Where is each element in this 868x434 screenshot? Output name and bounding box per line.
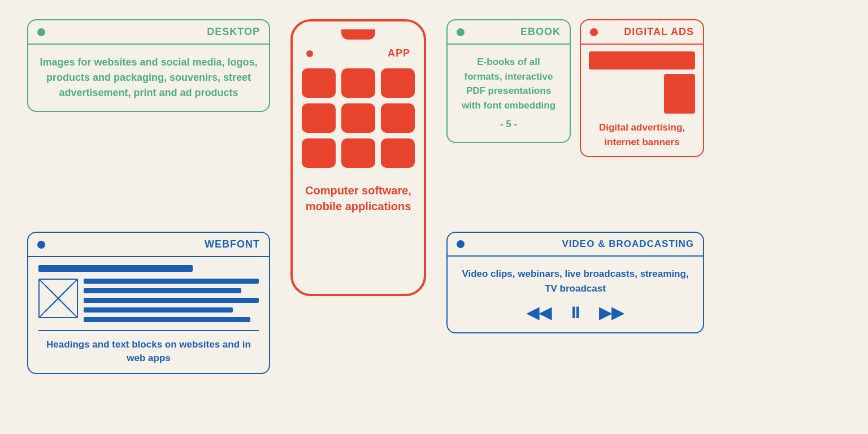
video-text: Video clips, webinars, live broadcasts, …: [459, 267, 692, 296]
ad-banner-top: [589, 51, 695, 70]
card-digital: DIGITAL ADS Digital advertising, interne…: [580, 19, 704, 157]
digital-header: DIGITAL ADS: [581, 20, 703, 45]
wf-line-1: [84, 279, 259, 284]
wf-image-box: [38, 279, 78, 318]
wf-lines: [84, 279, 259, 322]
app-text: Computer software, mobile applications: [302, 183, 415, 214]
ebook-body: E-books of all formats, interactive PDF …: [448, 45, 570, 142]
wf-line-4: [84, 307, 233, 313]
card-desktop: DESKTOP Images for websites and social m…: [27, 19, 270, 112]
app-title: APP: [388, 47, 410, 59]
page-container: DESKTOP Images for websites and social m…: [16, 8, 852, 426]
webfont-dot: [37, 241, 45, 249]
ad-banner-bottom: [589, 74, 695, 114]
digital-dot: [590, 28, 598, 36]
ebook-header: EBOOK: [448, 20, 570, 45]
card-app: APP Computer software, mobile applicatio…: [279, 19, 437, 296]
webfont-body: Headings and text blocks on websites and…: [28, 257, 269, 373]
wf-title-bar: [38, 265, 193, 272]
card-video: VIDEO & BROADCASTING Video clips, webina…: [446, 232, 704, 333]
ebook-text: E-books of all formats, interactive PDF …: [459, 55, 558, 112]
pause-icon[interactable]: ⏸: [567, 303, 583, 322]
video-controls: ◀◀ ⏸ ▶▶: [527, 303, 624, 322]
desktop-header: DESKTOP: [28, 20, 269, 45]
rewind-icon[interactable]: ◀◀: [527, 303, 552, 322]
webfont-title: WEBFONT: [45, 238, 260, 250]
webfont-header: WEBFONT: [28, 233, 269, 257]
phone-grid: [302, 68, 415, 168]
wf-line-5: [84, 317, 250, 322]
ebook-page-num: - 5 -: [500, 117, 517, 132]
digital-body: Digital advertising, internet banners: [581, 45, 703, 156]
ad-visual: [589, 51, 695, 114]
digital-title: DIGITAL ADS: [598, 26, 694, 38]
phone-outer: APP Computer software, mobile applicatio…: [290, 19, 426, 296]
desktop-text: Images for websites and social media, lo…: [40, 55, 258, 101]
app-icon-2: [341, 68, 375, 98]
wf-image-x-icon: [40, 280, 77, 317]
app-icon-8: [341, 138, 375, 168]
desktop-body: Images for websites and social media, lo…: [28, 45, 269, 111]
webfont-caption: Headings and text blocks on websites and…: [38, 338, 259, 365]
ebook-dot: [457, 28, 465, 36]
svg-line-0: [40, 280, 77, 317]
video-dot: [457, 240, 465, 248]
desktop-dot: [37, 28, 45, 36]
phone-header: APP: [302, 45, 415, 62]
app-dot: [306, 50, 313, 57]
card-webfont: WEBFONT: [27, 232, 270, 374]
video-header: VIDEO & BROADCASTING: [448, 233, 703, 257]
app-icon-6: [381, 103, 415, 133]
app-icon-5: [341, 103, 375, 133]
video-body: Video clips, webinars, live broadcasts, …: [448, 257, 703, 332]
wf-line-3: [84, 298, 259, 303]
app-icon-9: [381, 138, 415, 168]
app-icon-4: [302, 103, 336, 133]
app-icon-1: [302, 68, 336, 98]
desktop-title: DESKTOP: [45, 26, 260, 38]
wf-content-row: [38, 279, 259, 322]
app-icon-7: [302, 138, 336, 168]
wf-mockup: [38, 265, 259, 331]
ebook-title: EBOOK: [465, 26, 561, 38]
svg-line-1: [40, 280, 77, 317]
card-ebook: EBOOK E-books of all formats, interactiv…: [446, 19, 571, 143]
digital-text: Digital advertising, internet banners: [589, 120, 695, 149]
phone-notch: [341, 29, 375, 40]
wf-line-2: [84, 288, 241, 293]
video-title: VIDEO & BROADCASTING: [465, 238, 694, 250]
app-icon-3: [381, 68, 415, 98]
forward-icon[interactable]: ▶▶: [599, 303, 624, 322]
ad-banner-side: [664, 74, 695, 114]
